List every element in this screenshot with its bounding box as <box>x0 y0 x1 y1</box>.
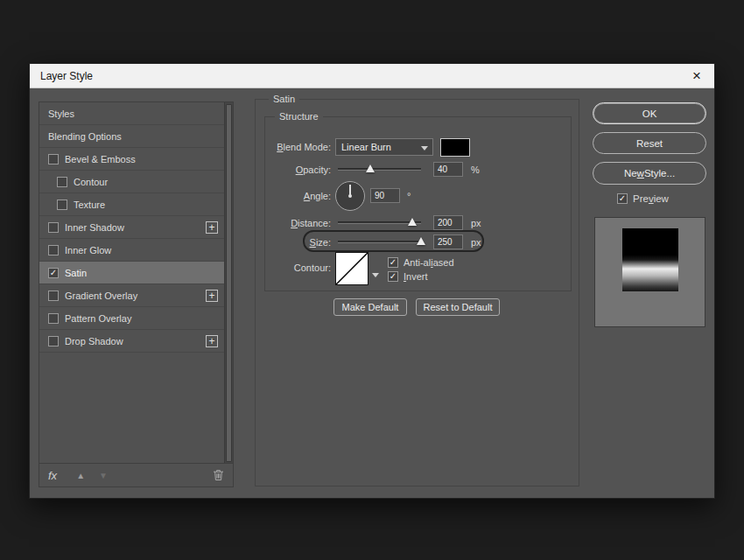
sidebar-item-label: Styles <box>48 108 74 119</box>
distance-label: Distance: <box>267 218 331 228</box>
add-effect-instance-icon[interactable]: + <box>206 335 218 347</box>
sidebar-item-pattern-overlay[interactable]: Pattern Overlay <box>39 307 233 330</box>
sidebar-item-label: Contour <box>74 177 108 187</box>
slider-thumb[interactable] <box>366 164 375 172</box>
angle-label: Angle: <box>267 191 331 201</box>
contour-picker[interactable] <box>335 252 368 285</box>
effect-checkbox[interactable] <box>48 154 59 164</box>
invert-label: Invert <box>404 271 428 282</box>
anti-aliased-label: Anti-aliased <box>404 257 454 268</box>
reset-to-default-button[interactable]: Reset to Default <box>416 298 500 316</box>
trash-icon <box>213 469 224 481</box>
structure-group: Structure Blend Mode: Linear Burn Opacit… <box>264 116 572 291</box>
sidebar-item-label: Inner Glow <box>65 245 111 256</box>
sidebar-item-styles[interactable]: Styles <box>39 102 233 125</box>
sidebar-footer: fx ▲ ▼ <box>39 464 233 486</box>
effect-checkbox[interactable] <box>57 200 67 210</box>
preview-toggle: Preview <box>617 193 669 204</box>
sidebar-item-gradient-overlay[interactable]: Gradient Overlay + <box>39 284 233 307</box>
structure-group-title: Structure <box>275 111 323 122</box>
scrollbar-thumb[interactable] <box>226 104 232 462</box>
contour-dropdown-icon[interactable] <box>372 273 379 277</box>
layer-style-dialog: Layer Style × Styles Blending Options Be… <box>29 63 715 499</box>
contour-curve-icon <box>336 253 368 284</box>
sidebar-item-label: Drop Shadow <box>65 336 123 346</box>
slider-thumb[interactable] <box>417 237 425 245</box>
dialog-title: Layer Style <box>40 70 93 82</box>
slider-thumb[interactable] <box>408 218 417 226</box>
preview-label: Preview <box>633 193 669 204</box>
distance-input[interactable]: 200 <box>433 215 463 230</box>
move-effect-up-icon[interactable]: ▲ <box>76 471 85 480</box>
opacity-label: Opacity: <box>267 164 331 175</box>
sidebar-item-blending-options[interactable]: Blending Options <box>39 125 233 148</box>
distance-slider[interactable] <box>338 219 421 228</box>
desktop-background: Layer Style × Styles Blending Options Be… <box>0 0 744 560</box>
sidebar-item-label: Texture <box>74 200 105 210</box>
dialog-titlebar: Layer Style × <box>30 64 714 88</box>
angle-unit: ° <box>407 191 411 201</box>
close-icon[interactable]: × <box>690 68 704 83</box>
effect-checkbox[interactable] <box>48 245 59 256</box>
size-input[interactable]: 250 <box>433 234 463 249</box>
satin-panel: Satin Structure Blend Mode: Linear Burn … <box>255 99 579 486</box>
sidebar-item-inner-shadow[interactable]: Inner Shadow + <box>39 216 233 239</box>
add-effect-instance-icon[interactable]: + <box>206 221 218 234</box>
effect-checkbox[interactable] <box>57 177 67 187</box>
panel-title: Satin <box>269 94 299 104</box>
sidebar-scrollbar[interactable] <box>224 102 233 464</box>
dialog-body: Styles Blending Options Bevel & Emboss C… <box>30 88 714 498</box>
fx-menu-button[interactable]: fx <box>48 469 57 482</box>
sidebar-item-inner-glow[interactable]: Inner Glow <box>39 239 233 262</box>
sidebar-item-contour[interactable]: Contour <box>39 171 233 193</box>
distance-unit: px <box>471 218 481 228</box>
make-default-button[interactable]: Make Default <box>333 298 407 316</box>
effect-checkbox[interactable] <box>48 290 59 301</box>
sidebar-item-bevel-emboss[interactable]: Bevel & Emboss <box>39 148 233 171</box>
blend-mode-label: Blend Mode: <box>267 142 331 152</box>
ok-button[interactable]: OK <box>593 102 706 124</box>
effect-checkbox[interactable] <box>48 268 59 278</box>
contour-label: Contour: <box>267 262 331 273</box>
sidebar-item-label: Inner Shadow <box>65 222 124 233</box>
preview-checkbox[interactable] <box>617 193 628 204</box>
opacity-input[interactable]: 40 <box>433 162 463 177</box>
sidebar-item-label: Satin <box>65 268 87 278</box>
delete-effect-button[interactable] <box>213 469 224 481</box>
blend-mode-dropdown[interactable]: Linear Burn <box>335 138 433 156</box>
slider-track <box>338 241 421 243</box>
add-effect-instance-icon[interactable]: + <box>206 290 218 302</box>
slider-track <box>338 168 421 171</box>
satin-effect-preview <box>622 228 678 291</box>
sidebar-item-label: Bevel & Emboss <box>65 154 136 164</box>
reset-button[interactable]: Reset <box>593 132 706 154</box>
anti-aliased-checkbox[interactable] <box>388 257 398 268</box>
sidebar-item-drop-shadow[interactable]: Drop Shadow + <box>39 330 233 353</box>
invert-checkbox[interactable] <box>388 271 398 282</box>
sidebar-item-label: Gradient Overlay <box>65 290 137 301</box>
effects-sidebar: Styles Blending Options Bevel & Emboss C… <box>39 102 234 487</box>
angle-dial[interactable] <box>335 181 365 211</box>
effects-list: Styles Blending Options Bevel & Emboss C… <box>39 102 233 464</box>
sidebar-item-texture[interactable]: Texture <box>39 193 233 216</box>
new-style-button[interactable]: New Style... <box>593 162 706 185</box>
sidebar-item-satin[interactable]: Satin <box>39 262 233 284</box>
size-slider[interactable] <box>338 238 421 247</box>
size-unit: px <box>471 237 481 248</box>
chevron-down-icon <box>421 146 428 150</box>
sidebar-item-label: Pattern Overlay <box>65 313 131 324</box>
sidebar-item-label: Blending Options <box>48 131 122 142</box>
effect-checkbox[interactable] <box>48 336 59 346</box>
size-label: Size: <box>267 237 331 248</box>
effect-checkbox[interactable] <box>48 222 59 233</box>
effect-checkbox[interactable] <box>48 313 59 324</box>
angle-input[interactable]: 90 <box>370 188 400 203</box>
blend-mode-value: Linear Burn <box>341 142 391 152</box>
opacity-unit: % <box>471 164 480 175</box>
opacity-slider[interactable] <box>338 165 421 174</box>
move-effect-down-icon[interactable]: ▼ <box>99 471 108 480</box>
blend-color-swatch[interactable] <box>440 138 470 157</box>
angle-center-dot <box>348 194 352 198</box>
effect-preview-well <box>594 217 705 327</box>
